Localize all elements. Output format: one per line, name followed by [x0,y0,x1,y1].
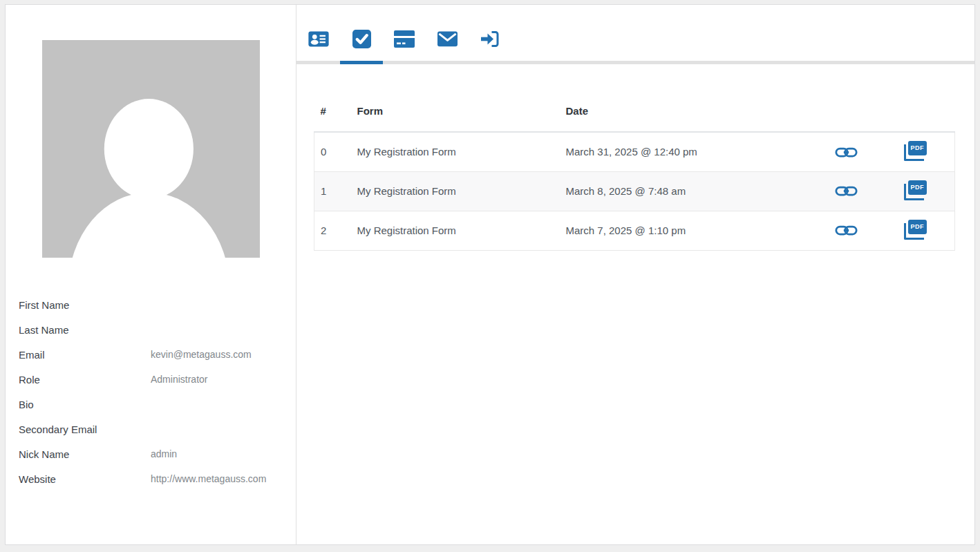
field-value: kevin@metagauss.com [151,349,252,360]
profile-sidebar: First Name Last Name Email kevin@metagau… [6,5,296,544]
pdf-icon-label: PDF [908,180,927,195]
pdf-icon-label: PDF [908,220,927,234]
submission-date: March 7, 2025 @ 1:10 pm [566,211,817,250]
field-first-name: First Name [19,292,289,317]
person-placeholder-icon [42,40,260,258]
field-label: Bio [19,399,151,410]
header-pdf-col [876,91,955,132]
table-row: 0 My Registration Form March 31, 2025 @ … [314,132,955,171]
link-icon[interactable] [835,224,858,237]
submission-form-name: My Registration Form [357,171,566,211]
field-nick-name: Nick Name admin [19,441,289,466]
field-label: Nick Name [19,448,151,460]
link-icon[interactable] [835,146,858,159]
tab-sign-in[interactable] [469,5,511,64]
submission-index: 1 [314,171,357,211]
credit-card-icon [394,30,415,50]
field-role: Role Administrator [19,367,289,392]
tab-check-square[interactable] [340,5,383,64]
field-label: Last Name [19,324,151,336]
header-form: Form [357,91,566,132]
table-row: 1 My Registration Form March 8, 2025 @ 7… [314,171,955,211]
table-row: 2 My Registration Form March 7, 2025 @ 1… [314,211,955,250]
submission-index: 0 [314,132,357,171]
link-icon[interactable] [835,184,858,198]
field-label: Website [19,473,151,485]
profile-fields: First Name Last Name Email kevin@metagau… [6,292,296,491]
header-index: # [314,91,357,132]
pdf-icon-label: PDF [908,141,927,155]
field-value: Administrator [151,374,207,385]
field-value: admin [151,448,177,459]
field-label: Secondary Email [19,423,151,435]
avatar [42,40,260,258]
pdf-icon[interactable]: PDF [903,141,927,161]
field-email: Email kevin@metagauss.com [19,342,289,367]
submissions-table: # Form Date 0 My Registration Form March… [314,91,955,251]
field-value: http://www.metagauss.com [151,473,266,484]
pdf-icon[interactable]: PDF [903,220,927,240]
header-link-col [817,91,876,132]
field-label: First Name [19,299,151,311]
tab-envelope[interactable] [426,5,469,64]
field-website: Website http://www.metagauss.com [19,466,289,491]
submission-form-name: My Registration Form [357,132,566,171]
tab-address-card[interactable] [297,5,340,64]
header-date: Date [566,91,817,132]
submission-date: March 31, 2025 @ 12:40 pm [566,132,817,171]
field-label: Email [19,349,151,361]
pdf-icon[interactable]: PDF [903,180,927,200]
tab-bar [296,5,974,64]
submission-date: March 8, 2025 @ 7:48 am [566,171,817,211]
sign-in-icon [480,30,500,50]
address-card-icon [308,31,329,50]
field-bio: Bio [19,392,289,417]
main-panel: # Form Date 0 My Registration Form March… [296,5,974,544]
field-label: Role [19,374,151,386]
table-header-row: # Form Date [314,91,955,132]
field-secondary-email: Secondary Email [19,417,289,441]
envelope-icon [437,31,458,50]
submission-form-name: My Registration Form [357,211,566,250]
submission-index: 2 [314,211,357,250]
field-last-name: Last Name [19,317,289,342]
user-profile-card: First Name Last Name Email kevin@metagau… [5,4,975,545]
tab-credit-card[interactable] [383,5,426,64]
check-square-icon [352,30,371,51]
